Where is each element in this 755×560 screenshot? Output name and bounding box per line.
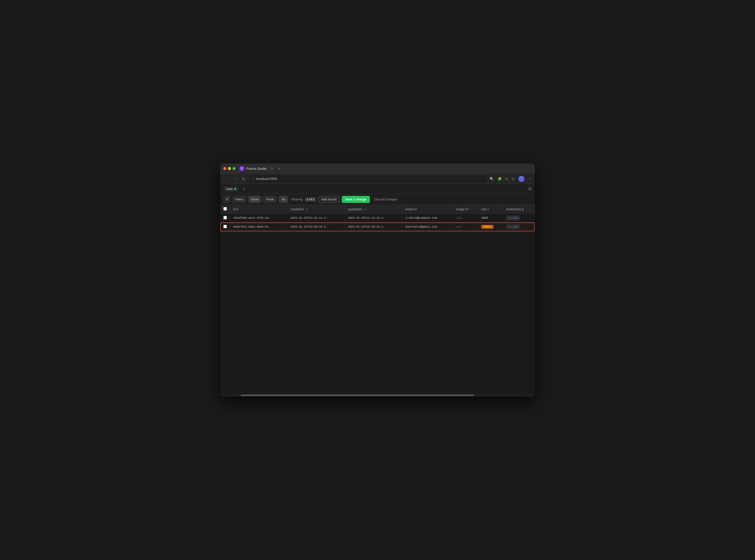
cell-email-1: j+smith@example.com bbox=[402, 214, 453, 222]
cast-icon[interactable]: ⊡ bbox=[512, 177, 515, 181]
extensions-icon[interactable]: 🧩 bbox=[498, 177, 502, 181]
app-tabbar: User + ⚙ bbox=[220, 184, 535, 194]
info-icon: ⓘ bbox=[252, 177, 254, 181]
sort-icon-2: ⊞ bbox=[364, 208, 366, 211]
showing-label: Showing bbox=[291, 198, 303, 201]
traffic-lights bbox=[224, 167, 235, 170]
cell-email-2: aleruheni@gmail.com bbox=[402, 222, 453, 231]
minimize-button[interactable] bbox=[228, 167, 231, 170]
tab-status-dot bbox=[234, 188, 236, 190]
row-checkbox-1[interactable] bbox=[220, 214, 230, 222]
reload-button[interactable]: ↻ bbox=[240, 177, 247, 181]
url-text: localhost:5555 bbox=[256, 177, 277, 181]
app-icon: P bbox=[239, 166, 244, 171]
user-tab[interactable]: User bbox=[224, 186, 239, 192]
cell-createdat-2: 2022-01-24T19:56:19.1… bbox=[288, 222, 345, 231]
bookmarks-link-1[interactable]: 0 Link bbox=[506, 216, 520, 220]
titlebar: P Prisma Studio ✕ + bbox=[220, 163, 535, 174]
menu-icon[interactable]: ⋯ bbox=[528, 177, 531, 181]
addressbar: ← → ↻ ⓘ localhost:5555 🔍 🧩 ↻ ⊡ ⋯ bbox=[220, 174, 535, 184]
tab-close-button[interactable]: ✕ bbox=[271, 167, 273, 170]
maximize-button[interactable] bbox=[232, 167, 235, 170]
scrollbar-thumb[interactable] bbox=[240, 395, 474, 396]
app-window: P Prisma Studio ✕ + ← → ↻ ⓘ localhost:55… bbox=[220, 163, 535, 397]
cell-image-1: null bbox=[453, 214, 478, 222]
table-header-row: id A createdAt ⊞ updatedAt ⊞ email A? bbox=[220, 205, 535, 214]
showing-count-badge: 2 of 2 bbox=[305, 197, 316, 202]
refresh-button[interactable]: ↺ bbox=[224, 196, 230, 203]
cell-id-2: 68da701a-5aa2-404a-bc… bbox=[230, 222, 288, 231]
cell-createdat-1: 2022-01-25T11:42:14.4… bbox=[288, 214, 345, 222]
cell-role-2[interactable]: ADMIN bbox=[478, 222, 503, 231]
select-all-checkbox[interactable] bbox=[220, 205, 230, 214]
cell-bookmarks-2[interactable]: 0 Link bbox=[503, 222, 535, 231]
data-toolbar: ↺ Filters None Fields All Showing 2 of 2… bbox=[220, 194, 535, 205]
all-fields-button[interactable]: All bbox=[279, 196, 288, 203]
filters-button[interactable]: Filters bbox=[232, 196, 247, 203]
close-button[interactable] bbox=[224, 167, 227, 170]
data-table: id A createdAt ⊞ updatedAt ⊞ email A? bbox=[220, 205, 535, 231]
row-checkbox-2[interactable] bbox=[220, 222, 230, 231]
col-header-updatedat[interactable]: updatedAt ⊞ bbox=[345, 205, 402, 214]
zoom-icon[interactable]: 🔍 bbox=[489, 177, 494, 181]
sort-icon: ⊞ bbox=[306, 208, 308, 211]
avatar[interactable] bbox=[519, 176, 525, 182]
new-tab-button[interactable]: + bbox=[278, 166, 280, 171]
cell-updatedat-2: 2022-01-24T19:56:19.1… bbox=[345, 222, 402, 231]
tab-label: User bbox=[226, 187, 233, 191]
cell-image-2: null bbox=[453, 222, 478, 231]
col-header-image[interactable]: image A? bbox=[453, 205, 478, 214]
address-box[interactable]: ⓘ localhost:5555 bbox=[249, 175, 487, 182]
fields-button[interactable]: Fields bbox=[263, 196, 277, 203]
none-filter-button[interactable]: None bbox=[249, 196, 262, 203]
table-container: id A createdAt ⊞ updatedAt ⊞ email A? bbox=[220, 205, 535, 394]
col-header-bookmarks[interactable]: bookmarks [] bbox=[503, 205, 535, 214]
forward-button[interactable]: → bbox=[232, 177, 238, 181]
col-header-createdat[interactable]: createdAt ⊞ bbox=[288, 205, 345, 214]
col-header-role[interactable]: role ≡ bbox=[478, 205, 503, 214]
back-button[interactable]: ← bbox=[224, 177, 229, 181]
settings-icon[interactable]: ⚙ bbox=[528, 186, 531, 191]
save-changes-button[interactable]: Save 1 change bbox=[342, 196, 370, 203]
refresh-icon[interactable]: ↻ bbox=[505, 177, 508, 181]
cell-role-1: USER bbox=[478, 214, 503, 222]
discard-changes-button[interactable]: Discard changes bbox=[372, 196, 400, 203]
col-header-email[interactable]: email A? bbox=[402, 205, 453, 214]
tab-title: Prisma Studio bbox=[246, 167, 267, 171]
horizontal-scrollbar[interactable] bbox=[220, 394, 535, 397]
cell-bookmarks-1[interactable]: 0 Link bbox=[503, 214, 535, 222]
browser-toolbar-right: 🔍 🧩 ↻ ⊡ ⋯ bbox=[489, 176, 531, 182]
table-row[interactable]: 68da701a-5aa2-404a-bc… 2022-01-24T19:56:… bbox=[220, 222, 535, 231]
table-row[interactable]: 6353f658-a1c5-4764-a3… 2022-01-25T11:42:… bbox=[220, 214, 535, 222]
cell-id-1: 6353f658-a1c5-4764-a3… bbox=[230, 214, 288, 222]
col-header-id[interactable]: id A bbox=[230, 205, 288, 214]
add-record-button[interactable]: Add record bbox=[318, 196, 340, 203]
bookmarks-link-2[interactable]: 0 Link bbox=[506, 224, 520, 229]
cell-updatedat-1: 2022-01-25T11:42:14.4… bbox=[345, 214, 402, 222]
add-tab-button[interactable]: + bbox=[243, 187, 245, 191]
